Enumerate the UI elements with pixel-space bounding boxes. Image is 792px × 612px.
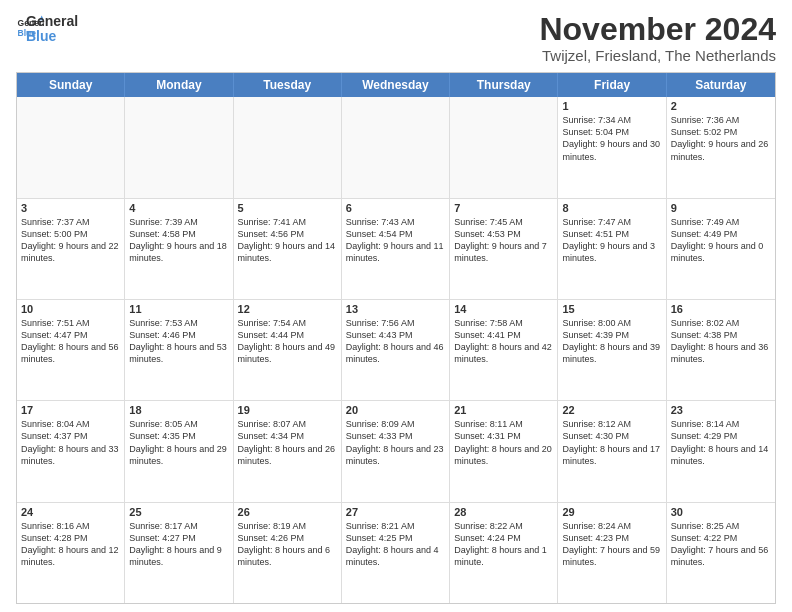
- calendar-cell: 11Sunrise: 7:53 AM Sunset: 4:46 PM Dayli…: [125, 300, 233, 400]
- cell-content: Sunrise: 8:17 AM Sunset: 4:27 PM Dayligh…: [129, 520, 228, 569]
- weekday-header: Friday: [558, 73, 666, 97]
- day-number: 11: [129, 303, 228, 315]
- main-title: November 2024: [539, 12, 776, 47]
- weekday-header: Wednesday: [342, 73, 450, 97]
- cell-content: Sunrise: 8:00 AM Sunset: 4:39 PM Dayligh…: [562, 317, 661, 366]
- calendar-row: 17Sunrise: 8:04 AM Sunset: 4:37 PM Dayli…: [17, 400, 775, 501]
- cell-content: Sunrise: 7:58 AM Sunset: 4:41 PM Dayligh…: [454, 317, 553, 366]
- calendar-cell: 28Sunrise: 8:22 AM Sunset: 4:24 PM Dayli…: [450, 503, 558, 603]
- calendar-row: 24Sunrise: 8:16 AM Sunset: 4:28 PM Dayli…: [17, 502, 775, 603]
- calendar-cell: 6Sunrise: 7:43 AM Sunset: 4:54 PM Daylig…: [342, 199, 450, 299]
- cell-content: Sunrise: 8:19 AM Sunset: 4:26 PM Dayligh…: [238, 520, 337, 569]
- calendar-header-row: SundayMondayTuesdayWednesdayThursdayFrid…: [17, 73, 775, 97]
- calendar-cell: [234, 97, 342, 197]
- calendar-cell: 25Sunrise: 8:17 AM Sunset: 4:27 PM Dayli…: [125, 503, 233, 603]
- cell-content: Sunrise: 7:56 AM Sunset: 4:43 PM Dayligh…: [346, 317, 445, 366]
- calendar-cell: 17Sunrise: 8:04 AM Sunset: 4:37 PM Dayli…: [17, 401, 125, 501]
- day-number: 18: [129, 404, 228, 416]
- cell-content: Sunrise: 8:11 AM Sunset: 4:31 PM Dayligh…: [454, 418, 553, 467]
- cell-content: Sunrise: 8:21 AM Sunset: 4:25 PM Dayligh…: [346, 520, 445, 569]
- day-number: 16: [671, 303, 771, 315]
- calendar-cell: 2Sunrise: 7:36 AM Sunset: 5:02 PM Daylig…: [667, 97, 775, 197]
- cell-content: Sunrise: 7:43 AM Sunset: 4:54 PM Dayligh…: [346, 216, 445, 265]
- cell-content: Sunrise: 7:34 AM Sunset: 5:04 PM Dayligh…: [562, 114, 661, 163]
- calendar-cell: 18Sunrise: 8:05 AM Sunset: 4:35 PM Dayli…: [125, 401, 233, 501]
- day-number: 12: [238, 303, 337, 315]
- calendar-cell: 29Sunrise: 8:24 AM Sunset: 4:23 PM Dayli…: [558, 503, 666, 603]
- day-number: 15: [562, 303, 661, 315]
- cell-content: Sunrise: 7:49 AM Sunset: 4:49 PM Dayligh…: [671, 216, 771, 265]
- calendar-cell: 14Sunrise: 7:58 AM Sunset: 4:41 PM Dayli…: [450, 300, 558, 400]
- weekday-header: Sunday: [17, 73, 125, 97]
- calendar-cell: 1Sunrise: 7:34 AM Sunset: 5:04 PM Daylig…: [558, 97, 666, 197]
- day-number: 1: [562, 100, 661, 112]
- cell-content: Sunrise: 8:12 AM Sunset: 4:30 PM Dayligh…: [562, 418, 661, 467]
- logo: General Blue General Blue: [16, 12, 78, 45]
- calendar-cell: 12Sunrise: 7:54 AM Sunset: 4:44 PM Dayli…: [234, 300, 342, 400]
- cell-content: Sunrise: 8:09 AM Sunset: 4:33 PM Dayligh…: [346, 418, 445, 467]
- weekday-header: Thursday: [450, 73, 558, 97]
- calendar-cell: 5Sunrise: 7:41 AM Sunset: 4:56 PM Daylig…: [234, 199, 342, 299]
- day-number: 7: [454, 202, 553, 214]
- logo-general-text: General: [26, 14, 78, 29]
- cell-content: Sunrise: 8:07 AM Sunset: 4:34 PM Dayligh…: [238, 418, 337, 467]
- day-number: 8: [562, 202, 661, 214]
- cell-content: Sunrise: 8:16 AM Sunset: 4:28 PM Dayligh…: [21, 520, 120, 569]
- day-number: 5: [238, 202, 337, 214]
- calendar-cell: 3Sunrise: 7:37 AM Sunset: 5:00 PM Daylig…: [17, 199, 125, 299]
- day-number: 25: [129, 506, 228, 518]
- day-number: 30: [671, 506, 771, 518]
- calendar-cell: 24Sunrise: 8:16 AM Sunset: 4:28 PM Dayli…: [17, 503, 125, 603]
- day-number: 2: [671, 100, 771, 112]
- calendar-cell: 21Sunrise: 8:11 AM Sunset: 4:31 PM Dayli…: [450, 401, 558, 501]
- day-number: 24: [21, 506, 120, 518]
- cell-content: Sunrise: 8:05 AM Sunset: 4:35 PM Dayligh…: [129, 418, 228, 467]
- calendar-row: 3Sunrise: 7:37 AM Sunset: 5:00 PM Daylig…: [17, 198, 775, 299]
- weekday-header: Saturday: [667, 73, 775, 97]
- cell-content: Sunrise: 7:47 AM Sunset: 4:51 PM Dayligh…: [562, 216, 661, 265]
- cell-content: Sunrise: 7:37 AM Sunset: 5:00 PM Dayligh…: [21, 216, 120, 265]
- cell-content: Sunrise: 7:53 AM Sunset: 4:46 PM Dayligh…: [129, 317, 228, 366]
- page-header: General Blue General Blue November 2024 …: [16, 12, 776, 64]
- day-number: 13: [346, 303, 445, 315]
- calendar-cell: 23Sunrise: 8:14 AM Sunset: 4:29 PM Dayli…: [667, 401, 775, 501]
- subtitle: Twijzel, Friesland, The Netherlands: [539, 47, 776, 64]
- cell-content: Sunrise: 8:24 AM Sunset: 4:23 PM Dayligh…: [562, 520, 661, 569]
- cell-content: Sunrise: 7:45 AM Sunset: 4:53 PM Dayligh…: [454, 216, 553, 265]
- cell-content: Sunrise: 7:51 AM Sunset: 4:47 PM Dayligh…: [21, 317, 120, 366]
- cell-content: Sunrise: 7:54 AM Sunset: 4:44 PM Dayligh…: [238, 317, 337, 366]
- calendar-cell: 27Sunrise: 8:21 AM Sunset: 4:25 PM Dayli…: [342, 503, 450, 603]
- day-number: 20: [346, 404, 445, 416]
- day-number: 28: [454, 506, 553, 518]
- calendar-cell: 16Sunrise: 8:02 AM Sunset: 4:38 PM Dayli…: [667, 300, 775, 400]
- day-number: 9: [671, 202, 771, 214]
- calendar-cell: [17, 97, 125, 197]
- day-number: 23: [671, 404, 771, 416]
- weekday-header: Monday: [125, 73, 233, 97]
- calendar: SundayMondayTuesdayWednesdayThursdayFrid…: [16, 72, 776, 604]
- title-block: November 2024 Twijzel, Friesland, The Ne…: [539, 12, 776, 64]
- day-number: 14: [454, 303, 553, 315]
- day-number: 10: [21, 303, 120, 315]
- calendar-cell: 30Sunrise: 8:25 AM Sunset: 4:22 PM Dayli…: [667, 503, 775, 603]
- calendar-cell: 13Sunrise: 7:56 AM Sunset: 4:43 PM Dayli…: [342, 300, 450, 400]
- calendar-cell: 22Sunrise: 8:12 AM Sunset: 4:30 PM Dayli…: [558, 401, 666, 501]
- cell-content: Sunrise: 8:25 AM Sunset: 4:22 PM Dayligh…: [671, 520, 771, 569]
- cell-content: Sunrise: 7:41 AM Sunset: 4:56 PM Dayligh…: [238, 216, 337, 265]
- calendar-cell: 15Sunrise: 8:00 AM Sunset: 4:39 PM Dayli…: [558, 300, 666, 400]
- day-number: 3: [21, 202, 120, 214]
- day-number: 29: [562, 506, 661, 518]
- calendar-cell: [450, 97, 558, 197]
- calendar-cell: 10Sunrise: 7:51 AM Sunset: 4:47 PM Dayli…: [17, 300, 125, 400]
- calendar-row: 10Sunrise: 7:51 AM Sunset: 4:47 PM Dayli…: [17, 299, 775, 400]
- cell-content: Sunrise: 7:36 AM Sunset: 5:02 PM Dayligh…: [671, 114, 771, 163]
- weekday-header: Tuesday: [234, 73, 342, 97]
- day-number: 4: [129, 202, 228, 214]
- calendar-cell: 9Sunrise: 7:49 AM Sunset: 4:49 PM Daylig…: [667, 199, 775, 299]
- calendar-cell: [125, 97, 233, 197]
- day-number: 22: [562, 404, 661, 416]
- cell-content: Sunrise: 8:02 AM Sunset: 4:38 PM Dayligh…: [671, 317, 771, 366]
- day-number: 26: [238, 506, 337, 518]
- calendar-cell: 26Sunrise: 8:19 AM Sunset: 4:26 PM Dayli…: [234, 503, 342, 603]
- cell-content: Sunrise: 8:14 AM Sunset: 4:29 PM Dayligh…: [671, 418, 771, 467]
